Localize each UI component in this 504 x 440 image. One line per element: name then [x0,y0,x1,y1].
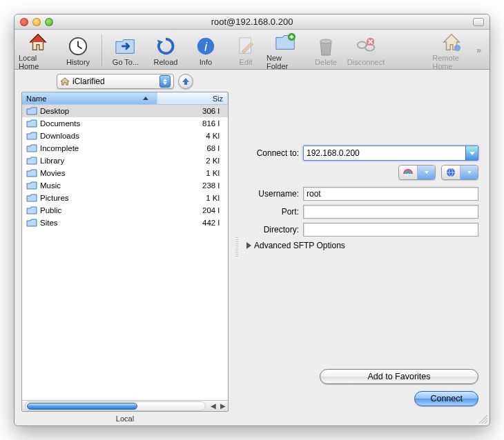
directory-field[interactable] [303,223,478,237]
table-row[interactable]: Movies1 Kl [22,167,228,179]
folder-icon [26,206,37,215]
history-label: History [66,58,90,66]
file-rows[interactable]: Desktop306 lDocuments816 lDownloads4 KlI… [22,105,228,400]
connect-button[interactable]: Connect [414,391,478,406]
local-home-button[interactable]: Local Home [19,30,57,70]
port-field[interactable] [303,205,478,219]
folder-icon [26,156,37,166]
file-name: Incomplete [40,144,157,152]
table-row[interactable]: Pictures1 Kl [22,192,228,204]
button-row: Add to Favorites Connect [244,369,478,419]
remote-home-label: Remote Home [432,54,471,70]
table-row[interactable]: Public204 l [22,204,228,217]
username-field[interactable] [303,187,478,201]
clock-icon [66,34,90,58]
new-folder-icon [274,30,298,54]
reload-label: Reload [154,58,178,66]
directory-label: Directory: [244,225,303,234]
popup-arrows-icon [159,75,171,88]
toolbar-overflow-icon[interactable]: » [472,46,485,55]
delete-label: Delete [315,58,337,66]
disconnect-label: Disconnect [347,58,385,66]
remote-home-button[interactable]: Remote Home [432,30,471,70]
username-label: Username: [244,189,303,199]
add-to-favorites-button[interactable]: Add to Favorites [320,369,478,384]
app-window: root@192.168.0.200 Local Home History Go… [14,14,490,426]
table-row[interactable]: Incomplete68 l [22,142,228,154]
history-button[interactable]: History [59,34,97,66]
folder-icon [26,131,37,141]
port-label: Port: [244,207,303,217]
connect-pane: Connect to: 192.168.0.200 [241,70,490,426]
pane-splitter[interactable] [235,237,238,258]
parent-folder-button[interactable] [178,74,193,89]
new-folder-label: New Folder [266,54,305,70]
file-name: Music [40,181,157,190]
folder-icon [26,168,37,178]
table-row[interactable]: Sites442 l [22,217,228,229]
local-home-label: Local Home [19,54,57,70]
table-row[interactable]: Desktop306 l [22,105,228,117]
path-bar: iClarified [21,74,229,89]
svg-point-9 [454,44,461,50]
info-button[interactable]: i Info [186,34,225,66]
name-column-header[interactable]: Name [22,92,157,104]
goto-folder-icon [114,34,137,58]
pane-label-local: Local [21,414,229,423]
table-row[interactable]: Downloads4 Kl [22,130,228,142]
advanced-disclosure[interactable]: Advanced SFTP Options [246,241,478,250]
file-name: Library [40,157,157,165]
path-popup[interactable]: iClarified [57,74,174,89]
file-size: 238 l [157,181,228,190]
delete-button[interactable]: Delete [307,34,345,66]
globe-icon [445,167,456,178]
file-name: Documents [40,119,157,128]
network-segment[interactable] [441,165,478,180]
horizontal-scrollbar[interactable]: ◀ ▶ [22,400,228,411]
column-header: Name Siz [22,92,228,105]
file-size: 204 l [157,206,228,214]
disconnect-icon [354,34,378,58]
up-arrow-icon [182,77,190,86]
scroll-right-icon[interactable]: ▶ [218,401,228,411]
bonjour-segment[interactable] [398,165,436,180]
table-row[interactable]: Documents816 l [22,117,228,130]
remote-home-icon [440,30,463,54]
toolbar-separator [101,34,102,66]
folder-icon [26,181,37,190]
trash-icon [314,34,338,58]
new-folder-button[interactable]: New Folder [266,30,305,70]
goto-label: Go To... [113,58,139,66]
goto-button[interactable]: Go To... [106,34,145,66]
table-row[interactable]: Library2 Kl [22,154,228,167]
file-name: Movies [40,169,157,177]
reload-button[interactable]: Reload [146,34,185,66]
titlebar[interactable]: root@192.168.0.200 [14,14,490,30]
resize-grip-icon[interactable] [478,414,488,424]
info-label: Info [200,58,212,66]
path-popup-label: iClarified [72,77,105,86]
scrollbar-thumb[interactable] [27,403,137,410]
home-icon [26,30,50,54]
folder-icon [26,106,37,116]
folder-icon [26,218,37,228]
file-size: 442 l [157,219,228,227]
connect-to-combo[interactable]: 192.168.0.200 [303,146,478,161]
disconnect-button[interactable]: Disconnect [347,34,385,66]
svg-point-5 [320,39,331,43]
advanced-label: Advanced SFTP Options [254,241,345,250]
scroll-left-icon[interactable]: ◀ [209,401,218,411]
sort-ascending-icon [143,97,148,100]
folder-icon [26,119,37,128]
table-row[interactable]: Music238 l [22,179,228,192]
size-column-header[interactable]: Siz [157,92,228,104]
info-icon: i [194,34,217,58]
edit-button[interactable]: Edit [226,34,265,66]
file-size: 2 Kl [157,157,228,165]
file-size: 1 Kl [157,194,228,202]
file-size: 68 l [157,144,228,152]
home-icon [60,77,70,86]
connect-to-label: Connect to: [244,148,303,158]
connect-form: Connect to: 192.168.0.200 [244,146,478,250]
window-title: root@192.168.0.200 [14,17,490,27]
